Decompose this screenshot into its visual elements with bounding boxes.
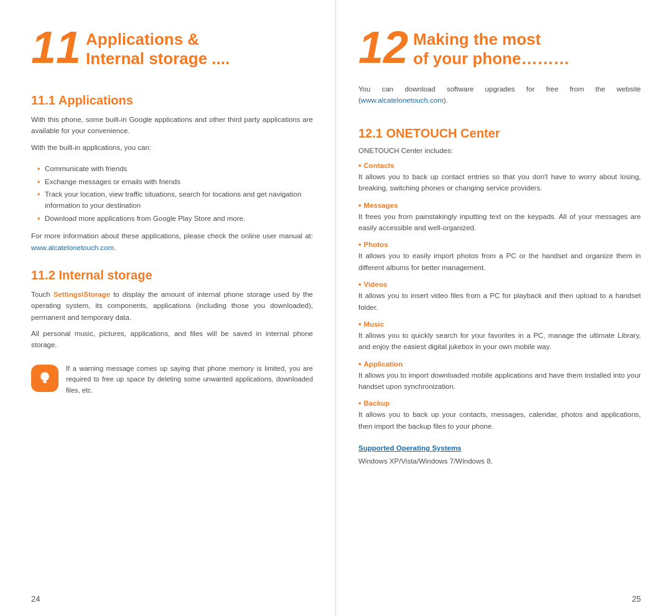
messages-text: It frees you from painstakingly inputtin… (358, 211, 641, 234)
section-11-2-title: 11.2 Internal storage (31, 268, 313, 282)
svg-rect-1 (43, 381, 47, 382)
backup-label: Backup (364, 399, 390, 407)
backup-item: • Backup It allows you to back up your c… (358, 398, 641, 432)
website-link[interactable]: www.alcatelonetouch.com (31, 244, 114, 251)
contacts-label: Contacts (364, 162, 394, 169)
photos-label: Photos (364, 241, 388, 248)
chapter-12-number: 12 (358, 25, 408, 70)
applications-bullet-list: Communicate with friends Exchange messag… (37, 163, 313, 225)
application-item: • Application It allows you to import do… (358, 359, 641, 393)
section-11-1-intro: With this phone, some built-in Google ap… (31, 114, 313, 137)
photos-item: • Photos It allows you to easily import … (358, 240, 641, 273)
right-page: 12 Making the most of your phone……… You … (336, 0, 672, 616)
chapter-12-title: Making the most of your phone……… (413, 25, 569, 68)
document-page: 11 Applications & Internal storage .... … (0, 0, 672, 616)
right-intro-text: You can download software upgrades for f… (358, 83, 641, 106)
contacts-text: It allows you to back up contact entries… (358, 171, 641, 194)
bullet-dot: • (358, 319, 362, 329)
music-item: • Music It allows you to quickly search … (358, 319, 641, 353)
storage-para1: Touch Settings\Storage to display the am… (31, 289, 313, 323)
section-11-1-title: 11.1 Applications (31, 93, 313, 108)
bullet-dot: • (358, 240, 362, 249)
warning-icon (31, 365, 58, 392)
music-text: It allows you to quickly search for your… (358, 330, 641, 353)
application-text: It allows you to import downloaded mobil… (358, 370, 641, 393)
list-item: Communicate with friends (37, 163, 313, 174)
bullet-dot: • (358, 279, 362, 289)
supported-os-text: Windows XP/Vista/Windows 7/Windows 8. (358, 455, 641, 467)
bullet-dot: • (358, 161, 362, 170)
bullet-dot: • (358, 200, 362, 210)
storage-para2: All personal music, pictures, applicatio… (31, 328, 313, 351)
backup-text: It allows you to back up your contacts, … (358, 409, 641, 432)
more-info-text: For more information about these applica… (31, 230, 313, 253)
contacts-item: • Contacts It allows you to back up cont… (358, 161, 641, 194)
section-12-1-title: 12.1 ONETOUCH Center (358, 126, 641, 141)
supported-os-link[interactable]: Supported Operating Systems (358, 444, 641, 452)
warning-info-box: If a warning message comes up saying tha… (31, 363, 313, 396)
videos-text: It allows you to insert video files from… (358, 290, 641, 313)
page-number-left: 24 (31, 594, 40, 604)
videos-item: • Videos It allows you to insert video f… (358, 279, 641, 313)
bullet-dot: • (358, 359, 362, 368)
alcatel-link[interactable]: www.alcatelonetouch.com (361, 96, 444, 104)
messages-label: Messages (364, 202, 398, 209)
settings-storage-label: Settings\Storage (54, 291, 110, 298)
chapter-11-number: 11 (31, 25, 81, 70)
left-page: 11 Applications & Internal storage .... … (0, 0, 336, 616)
photos-text: It allows you to easily import photos fr… (358, 250, 641, 273)
list-item: Download more applications from Google P… (37, 213, 313, 224)
list-item: Track your location, view traffic situat… (37, 189, 313, 212)
warning-text: If a warning message comes up saying tha… (66, 363, 313, 396)
application-label: Application (364, 360, 403, 368)
videos-label: Videos (364, 281, 388, 288)
list-item: Exchange messages or emails with friends (37, 176, 313, 187)
messages-item: • Messages It frees you from painstaking… (358, 200, 641, 234)
page-number-right: 25 (632, 594, 641, 604)
music-label: Music (364, 320, 385, 328)
built-in-intro: With the built-in applications, you can: (31, 142, 313, 153)
svg-rect-2 (44, 382, 47, 383)
svg-point-5 (44, 378, 45, 380)
chapter-11-title: Applications & Internal storage .... (86, 25, 230, 68)
bullet-dot: • (358, 398, 362, 408)
chapter-12-header: 12 Making the most of your phone……… (358, 25, 641, 70)
onetouch-includes-label: ONETOUCH Center includes: (358, 147, 641, 154)
chapter-11-header: 11 Applications & Internal storage .... (31, 25, 313, 70)
